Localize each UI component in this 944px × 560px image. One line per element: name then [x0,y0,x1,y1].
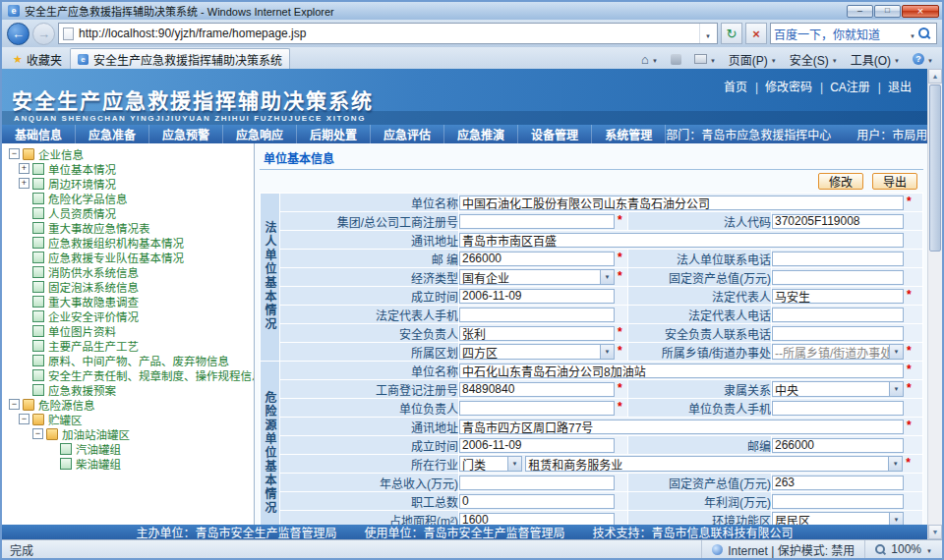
tree-item[interactable]: 企业信息 [5,146,254,161]
security-menu-button[interactable]: 安全(S) [784,50,844,69]
export-button[interactable]: 导出 [872,173,917,190]
print-button[interactable] [688,50,722,69]
active-tab[interactable]: e 安全生产应急救援指挥辅助决策系统 [70,48,290,69]
minimize-button[interactable] [847,5,873,18]
tree-item[interactable]: 周边环境情况 [5,176,254,191]
scroll-down-button[interactable] [928,525,942,539]
industry-select[interactable]: 租赁和商务服务业 [525,456,903,472]
legal-fixed-assets-input[interactable] [772,270,904,285]
tree-expander-icon[interactable] [19,163,30,174]
legal-phone-input[interactable] [772,252,904,266]
page-scrollbar[interactable] [927,69,942,539]
tree-item[interactable]: 贮罐区 [5,412,254,426]
tree-item[interactable]: 主要产品生产工艺 [5,338,254,353]
tree-item[interactable]: 企业安全评价情况 [5,308,254,323]
district-select[interactable]: 四方区 [459,344,615,360]
modify-button[interactable]: 修改 [818,173,863,190]
industry-category-select[interactable]: 门类 [459,456,522,472]
search-dropdown-icon[interactable] [910,25,915,42]
favorites-button[interactable]: 收藏夹 [5,49,70,69]
address-dropdown[interactable] [699,24,716,43]
legal-rep-phone-input[interactable] [772,308,904,322]
station-name-input[interactable] [459,364,904,378]
menu-item[interactable]: 应急响应 [223,125,297,143]
safety-officer-phone-input[interactable] [772,326,904,341]
tools-menu-button[interactable]: 工具(O) [845,50,906,69]
tree-item[interactable]: 原料、中间产物、产品、废弃物信息 [5,353,254,367]
home-button[interactable] [635,50,664,69]
search-input[interactable]: 百度一下，你就知道 [774,26,910,42]
tree-item[interactable]: 应急救援专业队伍基本情况 [5,250,254,264]
menu-item[interactable]: 应急推演 [444,125,518,143]
tree-item[interactable]: 固定泡沫系统信息 [5,279,254,294]
area-input[interactable] [459,513,615,525]
menu-item[interactable]: 基础信息 [2,125,76,143]
menu-item[interactable]: 系统管理 [592,125,666,143]
tree-item[interactable]: 安全生产责任制、规章制度、操作规程信息 [5,367,254,382]
tree-item[interactable]: 加油站油罐区 [5,426,254,441]
tree-item[interactable]: 柴油罐组 [5,456,254,471]
tree-item[interactable]: 人员资质情况 [5,205,254,220]
tree-expander-icon[interactable] [19,178,30,189]
back-button[interactable] [7,23,30,45]
menu-item[interactable]: 应急预警 [149,125,223,143]
legal-code-input[interactable] [772,214,904,229]
station-postcode-input[interactable] [772,438,904,453]
tree-expander-icon[interactable] [19,414,30,424]
header-link[interactable]: 首页 [720,78,751,94]
tree-item[interactable]: 危险源信息 [5,397,254,412]
refresh-button[interactable] [721,23,742,44]
legal-address-input[interactable] [459,233,904,248]
tree-item[interactable]: 单位图片资料 [5,323,254,338]
employee-count-input[interactable] [459,494,615,509]
tree-item[interactable]: 危险化学品信息 [5,191,254,205]
tree-item[interactable]: 重大事故隐患调查 [5,294,254,308]
annual-income-input[interactable] [459,476,615,490]
annual-profit-input[interactable] [772,494,904,509]
search-icon[interactable] [918,28,930,39]
address-field[interactable]: http://localhost:90/yjzh/frame/homepage.… [58,23,718,44]
env-zone-select[interactable]: 居民区 [772,512,904,525]
legal-rep-mobile-input[interactable] [459,308,615,322]
tree-item[interactable]: 单位基本情况 [5,161,254,176]
tree-item[interactable]: 消防供水系统信息 [5,264,254,279]
legal-rep-input[interactable] [772,289,904,304]
help-button[interactable] [907,50,939,69]
safety-officer-input[interactable] [459,326,615,341]
menu-item[interactable]: 后期处置 [297,125,371,143]
header-link[interactable]: CA注册 [816,78,874,94]
menu-item[interactable]: 设备管理 [518,125,592,143]
menu-item[interactable]: 应急准备 [76,125,149,143]
scrollbar-track[interactable] [928,84,942,525]
unit-head-input[interactable] [459,401,615,416]
header-link[interactable]: 修改密码 [751,78,816,94]
tree-expander-icon[interactable] [9,399,20,410]
legal-founded-date-input[interactable] [459,289,615,304]
url-text[interactable]: http://localhost:90/yjzh/frame/homepage.… [79,27,699,40]
zoom-control[interactable]: 100% [864,540,942,558]
station-founded-date-input[interactable] [459,438,615,453]
header-link[interactable]: 退出 [874,78,915,94]
unit-name-input[interactable] [459,196,904,210]
station-fixed-assets-input[interactable] [772,476,904,490]
affiliation-select[interactable]: 中央 [772,381,904,397]
postcode-input[interactable] [459,252,615,266]
scroll-up-button[interactable] [928,69,942,84]
tree-item[interactable]: 汽油罐组 [5,441,254,456]
township-select[interactable]: --所属乡镇/街道办事处-- [772,344,904,360]
group-regno-input[interactable] [459,214,615,229]
maximize-button[interactable] [874,5,901,18]
station-address-input[interactable] [459,420,904,434]
unit-head-mobile-input[interactable] [772,401,904,416]
search-box[interactable]: 百度一下，你就知道 [770,23,937,44]
scrollbar-thumb[interactable] [929,84,941,252]
business-regno-input[interactable] [459,382,615,397]
tree-item[interactable]: 应急救援组织机构基本情况 [5,235,254,250]
forward-button[interactable] [32,23,55,45]
feed-button[interactable] [665,50,687,69]
close-button[interactable] [902,5,939,18]
economic-type-select[interactable]: 国有企业 [459,269,615,285]
tree-item[interactable]: 应急救援预案 [5,382,254,397]
stop-button[interactable] [745,23,767,44]
tree-item[interactable]: 重大事故应急情况表 [5,220,254,235]
